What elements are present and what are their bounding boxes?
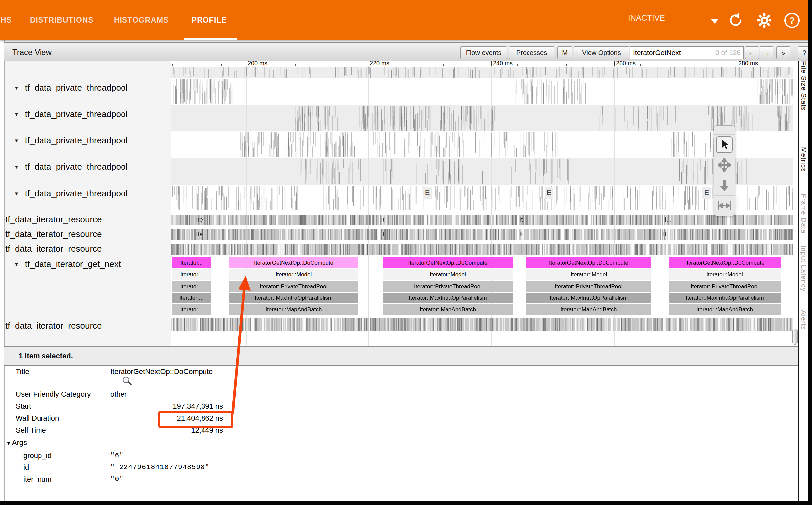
collapse-arrow-icon[interactable]: ▼ <box>14 164 19 170</box>
track-label-threadpool-3[interactable]: ▼tf_data_private_threadpool <box>14 135 128 146</box>
instant-event-marker[interactable]: E <box>545 187 553 198</box>
tab-hs[interactable]: HS <box>1 0 12 40</box>
slice-row[interactable]: Iterator... <box>172 304 211 315</box>
trace-view-title: Trace View <box>12 43 52 61</box>
track-label-threadpool-4[interactable]: ▼tf_data_private_threadpool <box>14 161 128 172</box>
slice-row[interactable]: Iterator::MaxIntraOpParallelism <box>526 293 651 304</box>
slice-row[interactable]: Iterator::MaxIntraOpParallelism <box>383 293 513 304</box>
palette-drag-handle[interactable] <box>714 126 735 135</box>
find-next-button[interactable]: → <box>760 46 774 59</box>
more-results-button[interactable]: » <box>777 46 790 59</box>
track-label-iterator-resource-4[interactable]: tf_data_iterator_resource <box>5 320 102 331</box>
search-input[interactable] <box>630 47 743 59</box>
active-tab-underline <box>184 37 237 40</box>
ruler-tick-label: 220 ms <box>370 60 389 67</box>
timeline-track-area[interactable]: 200 ms220 ms240 ms260 ms280 ms IteItItI.… <box>171 60 793 346</box>
sidebar-item-frame-data[interactable]: Frame Data <box>800 194 808 234</box>
ruler-minor-tick <box>714 64 715 66</box>
collapse-arrow-icon[interactable]: ▼ <box>14 138 19 143</box>
track-label-text: tf_data_iterator_resource <box>5 229 102 239</box>
track-label-iterator-resource-2[interactable]: tf_data_iterator_resource <box>5 229 102 239</box>
slice-docompute[interactable]: IteratorGetNextOp::DoCompute <box>526 257 651 268</box>
track-label-iterator-get-next[interactable]: ▼tf_data_iterator_get_next <box>14 259 121 269</box>
track-label-iterator-resource-3[interactable]: tf_data_iterator_resource <box>5 243 102 254</box>
slice-docompute[interactable]: IteratorGetNextOp::DoCompute <box>668 257 781 268</box>
ruler-tick-label: 200 ms <box>248 60 267 67</box>
slice-row[interactable]: Iterator::PrivateThreadPool <box>668 281 781 292</box>
slice-row[interactable]: Iterator::Model <box>668 269 781 280</box>
slice-row[interactable]: Iterator::MapAndBatch <box>229 304 358 315</box>
track-label-text: tf_data_private_threadpool <box>25 136 128 145</box>
arg-key: iter_num <box>23 474 52 485</box>
ruler-minor-tick <box>542 64 542 66</box>
pan-tool-button[interactable] <box>714 155 735 175</box>
toolbar-button-view-options[interactable]: View Options <box>574 46 629 59</box>
slice-row[interactable]: Iterator::Model <box>383 269 513 280</box>
track-label-threadpool-5[interactable]: ▼tf_data_private_threadpool <box>14 188 128 198</box>
slice-row[interactable]: Iterator::PrivateThreadPool <box>229 281 358 292</box>
tab-distributions[interactable]: DISTRIBUTIONS <box>30 0 93 40</box>
toolbar-button-m[interactable]: M <box>557 46 572 59</box>
track-label-threadpool-1[interactable]: ▼tf_data_private_threadpool <box>14 82 128 93</box>
collapse-arrow-icon[interactable]: ▼ <box>14 85 19 91</box>
slice-docompute-selected[interactable]: IteratorGetNextOp::DoCompute <box>229 257 358 268</box>
collapse-arrow-icon[interactable]: ▼ <box>14 261 19 267</box>
magnifier-icon[interactable] <box>122 375 134 387</box>
args-toggle[interactable]: ▼Args <box>6 437 27 448</box>
trace-toolbar: Trace View Flow eventsProcessesMView Opt… <box>4 42 808 61</box>
sidebar-item-alerts[interactable]: Alerts <box>800 310 808 330</box>
find-previous-button[interactable]: ← <box>745 46 759 59</box>
args-label: Args <box>12 438 27 447</box>
slice-row[interactable]: Iterator::PrivateThreadPool <box>526 281 651 292</box>
slice-row[interactable]: Iterator::MapAndBatch <box>668 304 781 315</box>
collapse-arrow-icon[interactable]: ▼ <box>14 111 19 117</box>
tab-histograms[interactable]: HISTOGRAMS <box>114 0 169 40</box>
reload-icon[interactable] <box>728 13 743 28</box>
wall-duration-highlight-box <box>158 411 233 428</box>
slice-row[interactable]: Iterator... <box>172 269 211 280</box>
slice-block-1[interactable]: Iterator...Iterator...Iterator...Iterato… <box>172 257 211 315</box>
slice-row[interactable]: Iterator::MaxIntraOpParallelism <box>668 293 781 304</box>
help-icon[interactable]: ? <box>784 13 800 28</box>
slice-block-2[interactable]: IteratorGetNextOp::DoComputeIterator::Mo… <box>229 257 358 315</box>
slice-row[interactable]: Iterator::MapAndBatch <box>526 304 651 315</box>
resource-slice-label: Ite <box>196 216 203 224</box>
slice-block-3[interactable]: IteratorGetNextOp::DoComputeIterator::Mo… <box>383 257 513 315</box>
slice-docompute[interactable]: Iterator... <box>172 257 211 268</box>
app-header: HSDISTRIBUTIONSHISTOGRAMSPROFILE INACTIV… <box>0 0 812 40</box>
slice-row[interactable]: Iterator::Model <box>229 269 358 280</box>
run-selector-dropdown[interactable]: INACTIVE <box>628 13 725 29</box>
collapse-arrow-icon[interactable]: ▼ <box>14 191 19 196</box>
selection-tool-button[interactable] <box>714 135 735 155</box>
track-label-text: tf_data_private_threadpool <box>25 83 128 93</box>
slice-row[interactable]: Iterator:... <box>172 293 211 304</box>
slice-block-5[interactable]: IteratorGetNextOp::DoComputeIterator::Mo… <box>668 257 781 315</box>
sidebar-item-input-latency[interactable]: Input Latency <box>800 245 808 292</box>
slice-row[interactable]: Iterator::PrivateThreadPool <box>383 281 513 292</box>
ruler-minor-tick <box>221 64 222 66</box>
slice-row[interactable]: Iterator... <box>172 281 211 292</box>
track-label-iterator-resource-1[interactable]: tf_data_iterator_resource <box>5 214 102 225</box>
ruler-minor-tick <box>419 64 419 66</box>
ruler-tick-label: 280 ms <box>738 60 758 67</box>
instant-event-marker[interactable]: E <box>423 187 432 198</box>
slice-docompute[interactable]: IteratorGetNextOp::DoCompute <box>383 257 513 268</box>
resource-slice-label: It <box>519 216 523 224</box>
settings-gear-icon[interactable] <box>757 13 772 28</box>
ruler-minor-tick <box>566 64 567 66</box>
instant-event-marker[interactable]: E <box>702 187 711 198</box>
tab-profile[interactable]: PROFILE <box>192 0 227 40</box>
timing-tool-button[interactable] <box>714 196 735 215</box>
zoom-tool-button[interactable] <box>714 175 735 196</box>
sidebar-item-file-size-stats[interactable]: File Size Stats <box>800 61 808 111</box>
slice-row[interactable]: Iterator::Model <box>526 269 651 280</box>
slice-row[interactable]: Iterator::MaxIntraOpParallelism <box>229 293 358 304</box>
slice-row[interactable]: Iterator::MapAndBatch <box>383 304 513 315</box>
track-label-threadpool-2[interactable]: ▼tf_data_private_threadpool <box>14 109 128 119</box>
vertical-scrollbar-thumb[interactable] <box>792 329 798 345</box>
sidebar-item-metrics[interactable]: Metrics <box>800 147 808 172</box>
toolbar-button-processes[interactable]: Processes <box>509 46 554 59</box>
slice-block-4[interactable]: IteratorGetNextOp::DoComputeIterator::Mo… <box>526 257 651 315</box>
ruler-minor-tick <box>591 64 591 66</box>
toolbar-button-flow-events[interactable]: Flow events <box>460 46 507 59</box>
